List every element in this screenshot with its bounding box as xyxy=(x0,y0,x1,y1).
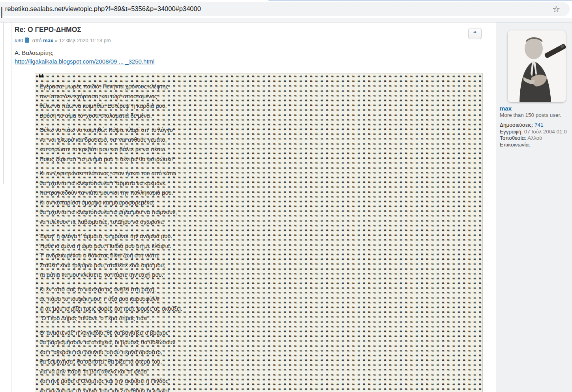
by-label: από xyxy=(32,38,42,43)
poem-line: Έφαγ' η φλόγα τ' άρματα, οι χρόνοι την α… xyxy=(39,233,479,243)
poem-line: Κι αν κυπαρίσσι όμορφο και μαυροφορεμένο… xyxy=(39,199,479,209)
open-quote-icon: ❝ xyxy=(38,73,44,84)
poem-line: για να μην πάρει τη βοή άθελα και τη φέρ… xyxy=(39,368,479,378)
bookmark-star-icon[interactable]: ☆ xyxy=(552,4,560,15)
poem-line: Τ' ανδρειωμένου ο θάνατος δίνει ζωή στη … xyxy=(39,252,479,262)
profile-field-row: Επικοινωνία: xyxy=(500,142,567,148)
post-meta: #30από max » 12 Φεβ 2020 11:13 pm xyxy=(15,38,111,44)
poem-line: τον ύπνο δεν εχόρτασα, και τώρ' αποσταμέ… xyxy=(39,93,479,103)
poem-line: και τ' αγεράκι του βουνού, οπού περνά δρ… xyxy=(39,349,479,359)
post-body-text: Α. Βαλαωρίτης xyxy=(15,49,53,56)
profile-field-value: 741 xyxy=(534,122,544,128)
profile-field-row: Τοποθεσία: Αλλού xyxy=(500,135,567,142)
poem-line: Εγέρασα, μωρές παιδιά. Πενήντα χρόνους κ… xyxy=(39,83,479,93)
poem-line: Σταθείτ' εδώ τριγύρω μου, σταθείτε εδώ σ… xyxy=(39,262,479,272)
poem-line: τα μάτια να μου κλείσετε, να πάρτε την ε… xyxy=(39,272,479,281)
poem-line: ας πάρει το τουφέκι μου, τ' άξο μου καρυ… xyxy=(39,296,479,306)
profile-field-value: 07 Ιούλ 2004 01:0 xyxy=(524,129,567,135)
poem-line xyxy=(39,325,479,330)
poem-line: Κι αν ξεφυτρώσει πλάτανος, στον ήσκιο το… xyxy=(39,170,479,180)
poem-line: Ποιος ξέρει απ' το μνήμα μου τι δέντρο θ… xyxy=(39,156,479,166)
profile-field-row: Εγγραφή: 07 Ιούλ 2004 01:0 xyxy=(500,129,567,135)
profile-field-label: Επικοινωνία: xyxy=(500,142,530,148)
poem-line: θα ξεψυχήσει, θα σβηστεί, θα ρίξει τα φτ… xyxy=(39,358,479,368)
poem-line xyxy=(39,281,479,286)
post-page-icon[interactable] xyxy=(25,38,30,44)
profile-fields: Δημοσιεύσεις: 741 Εγγραφή: 07 Ιούλ 2004 … xyxy=(500,122,567,148)
poem-line xyxy=(39,228,479,233)
poem-line: θα βαργομήσουν τα στοιχειά, οι βρύσες θα… xyxy=(39,339,479,349)
profile-field-label: Δημοσιεύσεις: xyxy=(500,122,534,128)
post-number-link[interactable]: #30 xyxy=(15,38,23,43)
window-frame-edge xyxy=(268,0,572,1)
poem-line: να πλένουν τις λαβωματιές, το Δήμο να σχ… xyxy=(39,219,479,229)
poem-line: θα 'ρχονται τα κλεφτόπουλα τ' άρματα να … xyxy=(39,180,479,190)
poem-line: Θέλω να πάω να κοιμηθώ. Κόψτε κλαρί απ' … xyxy=(39,127,479,137)
tab-strip xyxy=(0,0,572,2)
poem-line: Ήρθε κι εμένα η ώρα μου. Παιδιά μου μη μ… xyxy=(39,243,479,253)
poem-line: και στρώστε το κρεβάτι μου και βάλτε με … xyxy=(39,146,479,156)
profile-field-row: Δημοσιεύσεις: 741 xyxy=(500,122,567,129)
forum-page: Re: Ο ΓΕΡΟ-ΔΗΜΟΣ #30από max » 12 Φεβ 202… xyxy=(0,23,572,392)
profile-rank: More than 150 posts user. xyxy=(500,112,561,118)
post-profile-column: max More than 150 posts user. Δημοσιεύσε… xyxy=(496,23,572,392)
profile-field-value: Αλλού xyxy=(527,135,542,141)
browser-chrome: rebetiko.sealabs.net/viewtopic.php?f=89&… xyxy=(0,0,572,18)
poem-line: κι ας μου το ρίξει τρεις φορές και τρεις… xyxy=(39,306,479,315)
poem-line: Βρύση το αίμα το 'χυσα σταλαματιά δε μέν… xyxy=(39,113,479,122)
address-bar[interactable]: rebetiko.sealabs.net/viewtopic.php?f=89&… xyxy=(0,2,570,16)
profile-username[interactable]: max xyxy=(500,105,512,112)
blogspot-link[interactable]: http://ligakaikala.blogspot.com/2008/09 … xyxy=(15,58,154,65)
poem-line: και τηνε μάθει ο Όλυμπος και την ακούσει… xyxy=(39,378,479,388)
quote-button[interactable]: ❝ xyxy=(468,28,482,39)
left-rule xyxy=(3,23,4,184)
poem-line: και λυώσουνε τα χιόνια τους και ξεραθούν… xyxy=(39,388,479,392)
url-input[interactable]: rebetiko.sealabs.net/viewtopic.php?f=89&… xyxy=(5,5,201,13)
quote-block: ❝❝❝❝❝❝❝❝❝❝❝❝❝❝❝❝❝❝❝❝❝❝❝❝❝❝❝❝❝❝❝❝❝❝❝❝❝❝❝❝… xyxy=(35,73,483,392)
poem-line xyxy=(39,122,479,127)
post-title: Re: Ο ΓΕΡΟ-ΔΗΜΟΣ xyxy=(15,26,81,34)
poem-line: Θ' αναστενάξ' η λαγκαδιά, θε να βογκήξει… xyxy=(39,330,479,339)
meta-separator: » xyxy=(55,38,58,43)
author-link[interactable]: max xyxy=(43,38,53,43)
poem-line: θα 'ρχονται τα κλεφτόπουλα τα μήλα μου ν… xyxy=(39,209,479,219)
poem: Εγέρασα, μωρές παιδιά. Πενήντα χρόνους κ… xyxy=(39,83,479,392)
profile-field-label: Τοποθεσία: xyxy=(500,135,527,141)
poem-line: Να τραγωδούν τα νιάτα μου και την παλληκ… xyxy=(39,189,479,199)
poem-line: να 'ναι χλωρό και δροσερό, να 'ναι ανθού… xyxy=(39,137,479,146)
profile-field-label: Εγγραφή: xyxy=(500,129,524,135)
cropped-toolbar-icon xyxy=(1,7,2,18)
avatar[interactable] xyxy=(508,30,566,102)
poem-line: Κι έν' από σας το νιώτερο ας ανεβεί στη … xyxy=(39,286,479,296)
poem-line: θέλω να πάω να κοιμηθώ. Εστέρεψ' η καρδι… xyxy=(39,103,479,113)
poem-line xyxy=(39,165,479,170)
post-panel-border xyxy=(11,23,11,392)
poem-line: "Ο Γέρο Δήμος πέθανε, ο Γέρο Δήμος πάει"… xyxy=(39,315,479,325)
page-top-band xyxy=(0,18,572,22)
post-date: 12 Φεβ 2020 11:13 pm xyxy=(59,38,111,43)
